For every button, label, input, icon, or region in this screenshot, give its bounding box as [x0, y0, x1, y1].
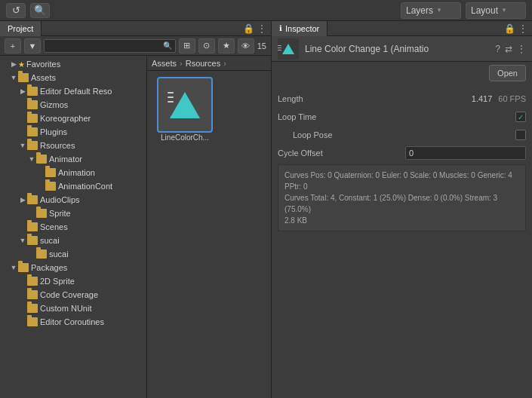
- right-panel: ℹ Inspector 🔒 ⋮ Line Color C: [272, 21, 532, 398]
- inspector-tab-bar: ℹ Inspector 🔒 ⋮: [272, 21, 532, 36]
- arrow-icon: ▶: [18, 196, 27, 204]
- add-button[interactable]: +: [5, 38, 21, 54]
- asset-thumbnail: [158, 78, 211, 131]
- star-icon: ★: [18, 60, 25, 69]
- lock-icon[interactable]: 🔒: [504, 23, 515, 34]
- tree-item-sucai-parent[interactable]: ▼ sucai: [0, 234, 146, 247]
- open-button-label: Open: [497, 69, 518, 78]
- breadcrumb-sep-2: ›: [223, 59, 226, 68]
- assets-grid: LineColorCh...: [147, 71, 271, 398]
- tree-item-editor-default[interactable]: ▶ Editor Default Reso: [0, 84, 146, 98]
- project-content: ▶ ★ Favorites ▼ Assets ▶ Editor Default …: [0, 56, 271, 398]
- search-icon: 🔍: [163, 41, 172, 50]
- folder-icon: [27, 141, 38, 150]
- tree-item-plugins[interactable]: Plugins: [0, 125, 146, 139]
- tree-item-assets[interactable]: ▼ Assets: [0, 71, 146, 84]
- tree-label: Rsources: [40, 141, 75, 150]
- lock-icon[interactable]: 🔒: [243, 23, 254, 34]
- folder-icon: [36, 209, 47, 218]
- layout-label: Layout: [471, 5, 498, 16]
- info-icon: ℹ: [279, 24, 282, 32]
- inspector-tab-label: Inspector: [285, 24, 319, 33]
- inspector-tab[interactable]: ℹ Inspector: [272, 21, 328, 36]
- tree-item-scenes[interactable]: Scenes: [0, 220, 146, 234]
- tree-label: Sprite: [49, 209, 71, 218]
- anim-lines-icon: [168, 92, 174, 103]
- cycle-offset-input[interactable]: [405, 146, 526, 160]
- tree-item-animation[interactable]: Animation: [0, 166, 146, 179]
- tree-item-editor-coroutines[interactable]: Editor Coroutines: [0, 315, 146, 329]
- breadcrumb-assets[interactable]: Assets: [152, 59, 177, 68]
- tree-label: Favorites: [26, 60, 60, 69]
- animation-icon: [166, 86, 204, 124]
- tree-item-rsources[interactable]: ▼ Rsources: [0, 139, 146, 152]
- panel-tab-icons: 🔒 ⋮: [243, 23, 271, 34]
- tree-item-packages[interactable]: ▼ Packages: [0, 261, 146, 274]
- loop-pose-label: Loop Pose: [293, 130, 515, 139]
- item-count: 15: [257, 41, 266, 51]
- search-button[interactable]: 🔍: [30, 3, 50, 18]
- star-button[interactable]: ★: [218, 38, 235, 54]
- project-tab[interactable]: Project: [0, 21, 42, 36]
- add-dropdown-button[interactable]: ▼: [24, 38, 41, 54]
- view-toggle-button[interactable]: ⊞: [179, 38, 195, 54]
- inspector-tab-icons: 🔒 ⋮: [504, 23, 532, 34]
- anim-line-3: [168, 101, 174, 103]
- folder-icon: [27, 277, 38, 286]
- tree-item-sprite[interactable]: Sprite: [0, 207, 146, 220]
- undo-button[interactable]: ↺: [6, 3, 26, 18]
- loop-pose-row: Loop Pose: [278, 127, 526, 143]
- open-button-row: Open: [272, 62, 532, 84]
- inspector-asset-title: Line Color Change 1 (Animatio: [305, 44, 489, 54]
- eye-button[interactable]: 👁: [238, 38, 254, 54]
- inspector-body: Length 1.417 60 FPS Loop Time Loop Pose …: [272, 84, 532, 398]
- tree-item-code-coverage[interactable]: Code Coverage: [0, 288, 146, 302]
- asset-icon-small: [278, 38, 299, 60]
- menu-icon[interactable]: ⋮: [257, 23, 266, 34]
- tree-item-sucai-child[interactable]: sucai: [0, 247, 146, 261]
- folder-icon: [27, 236, 38, 245]
- tree-item-audioclips[interactable]: ▶ AudioClips: [0, 193, 146, 207]
- tree-item-2d-sprite[interactable]: 2D Sprite: [0, 274, 146, 288]
- tree-label: Code Coverage: [40, 290, 98, 299]
- folder-icon: [18, 263, 29, 272]
- loop-time-checkbox[interactable]: [515, 112, 526, 122]
- tree-item-gizmos[interactable]: Gizmos: [0, 98, 146, 112]
- anim-line-1: [168, 92, 174, 93]
- layers-dropdown[interactable]: Layers ▼: [401, 2, 461, 19]
- folder-icon: [27, 195, 38, 204]
- loop-time-row: Loop Time: [278, 109, 526, 125]
- length-value: 1.417: [472, 94, 493, 103]
- tree-label: Editor Default Reso: [40, 87, 112, 96]
- help-icon[interactable]: ?: [495, 44, 500, 54]
- tree-label: AudioClips: [40, 195, 80, 204]
- settings-icon[interactable]: ⇄: [505, 44, 512, 54]
- search-input[interactable]: [48, 41, 163, 51]
- folder-icon: [27, 100, 38, 109]
- tree-item-favorites[interactable]: ▶ ★ Favorites: [0, 57, 146, 71]
- menu-icon[interactable]: ⋮: [518, 23, 527, 34]
- tree-label: Packages: [31, 263, 67, 272]
- arrow-icon: ▼: [9, 264, 18, 271]
- tree-label: AnimationCont: [58, 182, 112, 191]
- loop-time-label: Loop Time: [278, 112, 515, 121]
- search-box: 🔍: [44, 39, 176, 53]
- asset-item-linecolorchange[interactable]: LineColorCh...: [155, 78, 215, 142]
- tree-item-animator[interactable]: ▼ Animator: [0, 152, 146, 166]
- tree-label: sucai: [40, 236, 60, 245]
- cycle-offset-label: Cycle Offset: [278, 148, 405, 158]
- tree-item-animationcont[interactable]: AnimationCont: [0, 179, 146, 193]
- tree-label: Animator: [49, 155, 82, 164]
- asset-item-label: LineColorCh...: [161, 133, 209, 142]
- breadcrumb-sep-1: ›: [180, 59, 183, 68]
- layout-dropdown[interactable]: Layout ▼: [466, 2, 526, 19]
- tree-item-custom-nunit[interactable]: Custom NUnit: [0, 302, 146, 315]
- arrow-icon: ▼: [27, 155, 36, 163]
- loop-pose-checkbox[interactable]: [515, 130, 526, 140]
- breadcrumb-rsources[interactable]: Rsources: [186, 59, 220, 68]
- folder-icon: [27, 317, 38, 326]
- tree-item-koreographer[interactable]: Koreographer: [0, 112, 146, 125]
- open-button[interactable]: Open: [489, 65, 526, 81]
- filter-button[interactable]: ⊙: [198, 38, 215, 54]
- more-icon[interactable]: ⋮: [517, 44, 526, 54]
